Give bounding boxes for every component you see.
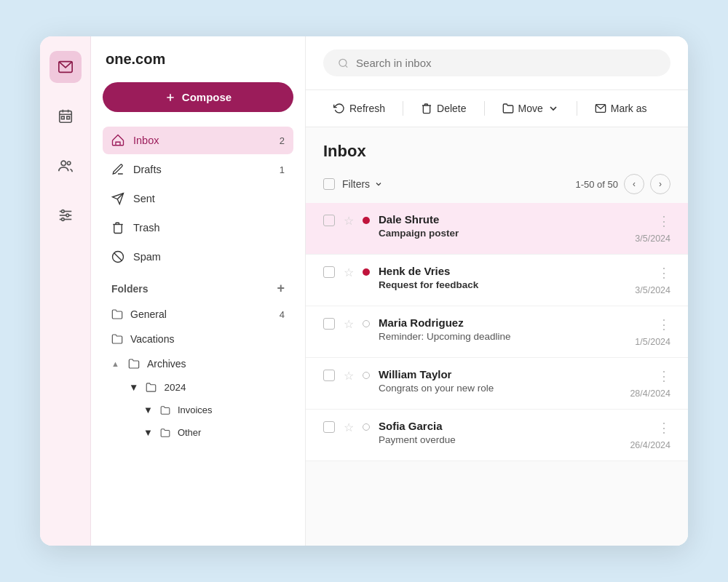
- email-body-5: Sofia Garcia Payment overdue: [379, 420, 621, 445]
- email-dot-3: [363, 320, 370, 327]
- email-date-2: 3/5/2024: [635, 285, 670, 295]
- email-body-1: Dale Shrute Campaign poster: [379, 213, 626, 239]
- folders-header: Folders +: [103, 272, 293, 302]
- folder-item-vacations[interactable]: Vacations: [103, 327, 293, 351]
- email-dot-1: [363, 217, 370, 224]
- email-subject-5: Payment overdue: [379, 434, 621, 445]
- icon-bar-calendar[interactable]: [50, 100, 82, 132]
- email-star-5[interactable]: ☆: [344, 420, 354, 434]
- email-body-4: William Taylor Congrats on your new role: [379, 368, 621, 394]
- email-star-4[interactable]: ☆: [344, 369, 354, 383]
- folder-icon-vacations: [111, 333, 123, 345]
- refresh-icon: [333, 103, 345, 114]
- invoices-chevron: ▼: [143, 404, 153, 415]
- svg-rect-5: [61, 116, 64, 119]
- icon-bar-mail[interactable]: [50, 51, 82, 83]
- filter-checkbox[interactable]: [323, 178, 335, 190]
- inbox-title: Inbox: [323, 142, 366, 161]
- move-button[interactable]: Move: [492, 97, 569, 119]
- email-more-5[interactable]: ⋮: [657, 420, 670, 436]
- email-star-2[interactable]: ☆: [344, 266, 354, 279]
- move-chevron-icon: [547, 103, 559, 114]
- svg-point-13: [66, 214, 68, 217]
- compose-button[interactable]: Compose: [103, 82, 293, 112]
- email-body-3: Maria Rodriguez Reminder: Upcoming deadl…: [379, 316, 626, 342]
- email-date-4: 28/4/2024: [630, 388, 670, 399]
- other-chevron: ▼: [143, 427, 153, 438]
- svg-point-7: [61, 161, 66, 165]
- folder-icon-2024: [146, 382, 157, 393]
- email-more-3[interactable]: ⋮: [657, 316, 670, 332]
- email-dot-5: [363, 423, 370, 431]
- filter-chevron-icon: [374, 180, 383, 188]
- nav-item-trash[interactable]: Trash: [103, 214, 293, 242]
- move-icon: [502, 103, 514, 114]
- email-subject-3: Reminder: Upcoming deadline: [379, 331, 626, 342]
- folder-icon-invoices: [160, 405, 170, 415]
- email-row-1[interactable]: ☆ Dale Shrute Campaign poster ⋮ 3/5/2024: [306, 203, 688, 255]
- email-more-1[interactable]: ⋮: [657, 213, 670, 229]
- inbox-header: Inbox: [306, 127, 688, 168]
- folder-icon-general: [111, 308, 123, 320]
- app-logo: one.com: [103, 51, 293, 68]
- filter-button[interactable]: Filters: [342, 178, 383, 190]
- email-more-2[interactable]: ⋮: [657, 265, 670, 281]
- email-date-5: 26/4/2024: [630, 440, 670, 450]
- email-row-2[interactable]: ☆ Henk de Vries Request for feedback ⋮ 3…: [306, 255, 688, 306]
- email-sender-4: William Taylor: [379, 368, 621, 380]
- app-container: one.com Compose Inbox 2 Drafts 1: [40, 36, 688, 546]
- pagination-prev[interactable]: ‹: [624, 174, 644, 194]
- nav-item-inbox[interactable]: Inbox 2: [103, 127, 293, 154]
- pagination-next[interactable]: ›: [650, 174, 670, 194]
- main-panel: Refresh Delete Move: [306, 36, 688, 546]
- email-more-4[interactable]: ⋮: [657, 368, 670, 384]
- email-meta-4: ⋮ 28/4/2024: [630, 368, 670, 399]
- email-dot-2: [363, 268, 370, 276]
- markas-button[interactable]: Mark as: [585, 97, 657, 119]
- icon-bar-contacts[interactable]: [50, 150, 82, 182]
- delete-button[interactable]: Delete: [411, 97, 476, 119]
- nav-item-drafts[interactable]: Drafts 1: [103, 156, 293, 183]
- email-checkbox-3[interactable]: [323, 318, 335, 330]
- spam-icon: [111, 250, 124, 263]
- folder-icon-other: [160, 428, 170, 438]
- drafts-icon: [111, 163, 124, 176]
- email-star-1[interactable]: ☆: [344, 214, 354, 228]
- svg-line-18: [114, 253, 122, 261]
- email-meta-5: ⋮ 26/4/2024: [630, 420, 670, 450]
- filter-pagination: 1-50 of 50 ‹ ›: [575, 174, 670, 194]
- email-subject-4: Congrats on your new role: [379, 383, 621, 394]
- search-input-wrap: [323, 49, 670, 76]
- toolbar-separator-2: [484, 101, 485, 116]
- icon-bar-settings[interactable]: [50, 199, 82, 231]
- add-folder-button[interactable]: +: [277, 281, 285, 296]
- email-meta-2: ⋮ 3/5/2024: [635, 265, 670, 295]
- email-row-5[interactable]: ☆ Sofia Garcia Payment overdue ⋮ 26/4/20…: [306, 410, 688, 461]
- folder-item-invoices[interactable]: ▼ Invoices: [103, 399, 293, 421]
- svg-line-20: [345, 65, 347, 67]
- toolbar-separator-3: [577, 101, 577, 116]
- nav-item-sent[interactable]: Sent: [103, 185, 293, 212]
- archives-chevron: ▲: [111, 359, 119, 368]
- search-input[interactable]: [356, 57, 656, 69]
- folder-item-archives[interactable]: ▲ Archives: [103, 351, 293, 376]
- nav-item-spam[interactable]: Spam: [103, 243, 293, 271]
- email-checkbox-5[interactable]: [323, 421, 335, 433]
- email-checkbox-4[interactable]: [323, 370, 335, 381]
- email-star-3[interactable]: ☆: [344, 317, 354, 331]
- folder-item-general[interactable]: General 4: [103, 302, 293, 327]
- email-checkbox-2[interactable]: [323, 266, 335, 278]
- email-body-2: Henk de Vries Request for feedback: [379, 265, 626, 290]
- email-checkbox-1[interactable]: [323, 215, 335, 226]
- refresh-button[interactable]: Refresh: [323, 97, 395, 119]
- email-date-1: 3/5/2024: [635, 234, 670, 244]
- email-subject-1: Campaign poster: [379, 228, 626, 239]
- folder-item-other[interactable]: ▼ Other: [103, 421, 293, 444]
- email-row-4[interactable]: ☆ William Taylor Congrats on your new ro…: [306, 358, 688, 410]
- svg-point-12: [61, 210, 64, 213]
- email-row-3[interactable]: ☆ Maria Rodriguez Reminder: Upcoming dea…: [306, 306, 688, 358]
- filter-row: Filters 1-50 of 50 ‹ ›: [306, 168, 688, 203]
- compose-icon: [165, 92, 176, 103]
- email-sender-5: Sofia Garcia: [379, 420, 621, 432]
- folder-item-2024[interactable]: ▼ 2024: [103, 376, 293, 399]
